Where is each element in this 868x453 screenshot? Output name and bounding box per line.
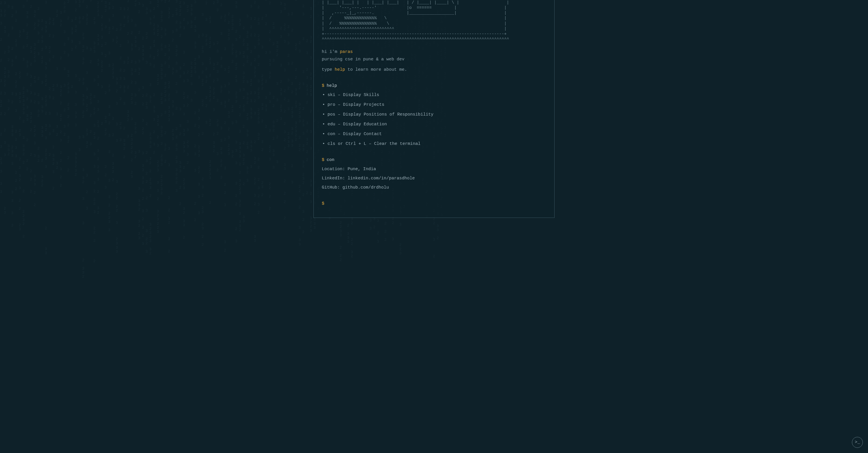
intro-greeting: hi i'm paras — [322, 49, 546, 55]
intro-subtitle: pursuing cse in pune & a web dev — [322, 56, 546, 63]
help-item-con: con – Display Contact — [328, 131, 546, 138]
con-cmd-text: con — [327, 158, 334, 162]
prompt-symbol: $ — [322, 158, 324, 162]
help-list: ski – Display Skills pro – Display Proje… — [322, 92, 546, 147]
help-cmd-text: help — [327, 83, 337, 88]
ascii-art-banner: | |___| |___| | | |___| |___| | / |____|… — [322, 0, 546, 42]
contact-github: GitHub: github.com/drdholu — [322, 184, 546, 191]
con-command-block: $con Location: Pune, India LinkedIn: lin… — [322, 157, 546, 191]
intro-help-hint: type help to learn more about me. — [322, 66, 546, 73]
con-prompt-line: $con — [322, 157, 546, 164]
help-command-block: $help ski – Display Skills pro – Display… — [322, 83, 546, 147]
intro-name: paras — [340, 50, 353, 54]
help-item-cls: cls or Ctrl + L – Clear the terminal — [328, 141, 546, 147]
prompt-symbol: $ — [322, 201, 324, 206]
contact-location: Location: Pune, India — [322, 166, 546, 173]
help-item-ski: ski – Display Skills — [328, 92, 546, 98]
help-item-pro: pro – Display Projects — [328, 102, 546, 108]
help-item-pos: pos – Display Positions of Responsibilit… — [328, 111, 546, 118]
intro-block: hi i'm paras pursuing cse in pune & a we… — [322, 49, 546, 73]
terminal-window: | |___| |___| | | |___| |___| | / |____|… — [313, 0, 555, 218]
type-prefix: type — [322, 67, 335, 72]
contact-linkedin: LinkedIn: linkedin.com/in/parasdhole — [322, 175, 546, 182]
terminal-icon: >_ — [855, 439, 860, 446]
help-item-edu: edu – Display Education — [328, 121, 546, 128]
intro-prefix: hi i'm — [322, 50, 340, 54]
type-suffix: to learn more about me. — [345, 67, 407, 72]
help-prompt-line: $help — [322, 83, 546, 89]
prompt-symbol: $ — [322, 83, 324, 88]
current-prompt-line[interactable]: $ — [322, 200, 546, 207]
terminal-toggle-button[interactable]: >_ — [852, 437, 863, 448]
help-keyword: help — [335, 67, 345, 72]
